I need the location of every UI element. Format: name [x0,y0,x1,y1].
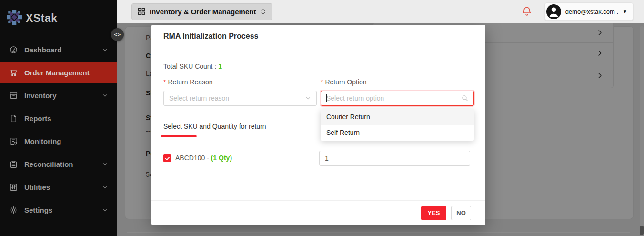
yes-button[interactable]: YES [421,206,446,220]
sidebar-item-utilities[interactable]: Utilities [0,176,117,197]
app-switcher-button[interactable]: Inventory & Order Management [131,3,272,20]
modal-footer: YES NO [151,200,485,225]
chevron-down-icon [102,185,108,190]
sidebar-collapse-button[interactable]: <> [111,28,124,41]
return-option-label: *Return Option [321,78,367,86]
utilities-icon [10,183,18,191]
total-sku-value: 1 [218,62,222,70]
monitoring-icon [10,137,18,145]
chevron-down-icon [102,47,108,52]
rma-modal: RMA Initialization Process Total SKU Cou… [151,25,485,225]
sku-code: ABCD100 - [175,154,211,162]
sidebar-item-order-management[interactable]: Order Management [0,62,117,83]
sidebar-item-settings[interactable]: Settings [0,199,117,220]
sidebar-item-label: Reconciliation [24,160,102,168]
sidebar-item-inventory[interactable]: Inventory [0,85,117,106]
chevron-down-icon [102,93,108,98]
no-button[interactable]: NO [451,206,471,220]
sidebar-item-label: Utilities [24,183,102,191]
tab-select-sku[interactable]: Select SKU and Quantity for return [163,123,266,130]
chevron-down-icon [102,207,108,213]
grid-icon [138,8,145,15]
sku-qty-badge: (1 Qty) [211,154,232,162]
notification-bell-icon[interactable] [522,6,532,17]
label-text: Return Option [325,78,366,86]
cart-icon [10,69,18,77]
content-area: Pa Cit La Sh Sta --- Po 54 [117,23,644,236]
return-option-input[interactable] [326,94,462,102]
sidebar-item-label: Inventory [24,92,102,100]
logo-text: XStak [26,12,57,25]
collapse-icon: <> [114,31,121,38]
sku-checkbox[interactable] [163,154,171,162]
text-cursor [326,94,327,102]
quantity-input[interactable] [319,151,470,166]
reports-icon [10,114,18,123]
inventory-icon [10,92,18,100]
sidebar-item-label: Order Management [24,69,108,77]
app-switcher-label: Inventory & Order Management [150,8,256,16]
sidebar-item-label: Reports [24,114,108,123]
main-area: Inventory & Order Management [117,0,644,236]
xstak-logo: XStak ´ [0,0,117,25]
required-asterisk: * [163,78,166,86]
modal-body: Total SKU Count : 1 *Return Reason *Retu… [151,48,485,200]
label-text: Return Reason [168,78,212,86]
topbar-right: demo@xstak.com . ▼ [522,2,644,21]
sidebar-item-reports[interactable]: Reports [0,108,117,129]
chevron-down-icon [102,162,108,167]
sidebar-item-reconciliation[interactable]: Reconciliation [0,154,117,174]
dashboard-icon [10,46,18,54]
updown-icon [260,8,266,15]
return-option-dropdown: Courier Return Self Return [321,109,474,141]
dropdown-option-courier-return[interactable]: Courier Return [321,109,474,125]
modal-header: RMA Initialization Process [151,25,485,48]
avatar [546,4,561,19]
caret-down-icon: ▼ [623,9,627,14]
total-sku-count: Total SKU Count : 1 [163,62,222,70]
return-reason-select[interactable]: Select return reason [163,91,317,106]
logo-mark: ´ [57,10,59,15]
dropdown-option-self-return[interactable]: Self Return [321,125,474,141]
xstak-logo-icon [7,10,22,25]
modal-title: RMA Initialization Process [163,32,258,41]
topbar: Inventory & Order Management [117,0,644,23]
user-email: demo@xstak.com . [565,8,618,15]
return-reason-placeholder: Select return reason [169,94,305,102]
return-option-select[interactable] [321,91,474,106]
sidebar: XStak ´ Dashboard Order Managem [0,0,117,236]
sidebar-item-label: Dashboard [24,46,102,54]
sidebar-item-monitoring[interactable]: Monitoring [0,131,117,152]
tab-active-indicator [161,135,197,137]
app-window: XStak ´ Dashboard Order Managem [0,0,644,236]
required-asterisk: * [321,78,323,86]
search-icon [462,95,468,102]
sidebar-item-label: Monitoring [24,137,108,145]
sidebar-menu: Dashboard Order Management Inventory [0,39,117,220]
gear-icon [10,206,18,214]
return-reason-label: *Return Reason [163,78,213,86]
sku-label: ABCD100 - (1 Qty) [175,154,232,162]
chevron-down-icon [305,95,311,101]
user-menu-button[interactable]: demo@xstak.com . ▼ [544,2,634,21]
sidebar-item-dashboard[interactable]: Dashboard [0,39,117,60]
total-sku-label: Total SKU Count : [163,62,218,70]
sidebar-item-label: Settings [24,206,102,214]
reconciliation-icon [10,160,18,168]
